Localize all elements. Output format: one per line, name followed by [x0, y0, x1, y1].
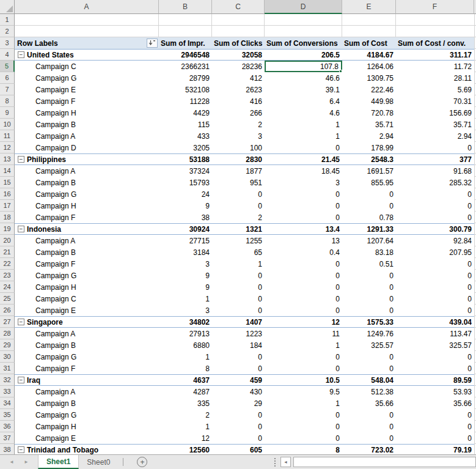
group-row-label[interactable]: −Indonesia: [15, 223, 159, 235]
group-total-cell[interactable]: 13.4: [265, 223, 342, 235]
detail-row-label[interactable]: Campaign E: [15, 305, 159, 316]
row-header-15[interactable]: 15: [0, 177, 15, 188]
detail-row-label[interactable]: Campaign A: [15, 130, 159, 142]
detail-value-cell[interactable]: 9: [159, 281, 212, 293]
detail-value-cell[interactable]: 38: [159, 212, 212, 223]
detail-value-cell[interactable]: 178.99: [342, 142, 396, 153]
group-row-label[interactable]: −Singapore: [15, 316, 159, 328]
detail-value-cell[interactable]: 2: [212, 212, 265, 223]
group-total-cell[interactable]: 300.79: [396, 223, 474, 235]
detail-value-cell[interactable]: 1264.06: [342, 61, 396, 72]
detail-value-cell[interactable]: 28236: [212, 61, 265, 72]
row-header-7[interactable]: 7: [0, 84, 15, 95]
row-header-22[interactable]: 22: [0, 258, 15, 270]
detail-value-cell[interactable]: 222.46: [342, 84, 396, 95]
group-total-cell[interactable]: 21.45: [265, 153, 342, 165]
detail-row-label[interactable]: Campaign G: [15, 409, 159, 421]
detail-value-cell[interactable]: 0: [396, 351, 474, 363]
column-header-b[interactable]: B: [159, 0, 212, 14]
detail-value-cell[interactable]: 1: [159, 421, 212, 432]
detail-value-cell[interactable]: 1: [159, 351, 212, 363]
detail-value-cell[interactable]: 1207.64: [342, 235, 396, 246]
detail-value-cell[interactable]: 0: [212, 200, 265, 212]
detail-value-cell[interactable]: 27715: [159, 235, 212, 246]
detail-value-cell[interactable]: 0: [212, 188, 265, 200]
group-row-label[interactable]: −Trinidad and Tobago: [15, 444, 159, 454]
column-header-d[interactable]: D: [265, 0, 342, 14]
cell-empty[interactable]: [15, 14, 159, 26]
detail-value-cell[interactable]: 37324: [159, 165, 212, 177]
row-header-11[interactable]: 11: [0, 130, 15, 142]
detail-value-cell[interactable]: 0: [396, 363, 474, 374]
detail-value-cell[interactable]: 855.95: [342, 177, 396, 188]
detail-value-cell[interactable]: 0: [265, 188, 342, 200]
detail-value-cell[interactable]: 70.31: [396, 95, 474, 107]
selected-cell[interactable]: 107.8: [265, 61, 342, 72]
detail-value-cell[interactable]: 184: [212, 339, 265, 351]
detail-value-cell[interactable]: 91.68: [396, 165, 474, 177]
tab-sheet1[interactable]: Sheet1: [38, 455, 79, 469]
detail-value-cell[interactable]: 0.78: [342, 212, 396, 223]
detail-value-cell[interactable]: 35.66: [396, 397, 474, 409]
detail-value-cell[interactable]: 9.5: [265, 386, 342, 397]
group-row-label[interactable]: −Philippines: [15, 153, 159, 165]
detail-value-cell[interactable]: 15793: [159, 177, 212, 188]
prev-sheet-arrow-icon[interactable]: ◄: [9, 459, 14, 465]
detail-value-cell[interactable]: 0: [342, 200, 396, 212]
detail-value-cell[interactable]: 0: [212, 351, 265, 363]
detail-row-label[interactable]: Campaign A: [15, 328, 159, 339]
detail-row-label[interactable]: Campaign B: [15, 119, 159, 130]
detail-value-cell[interactable]: 1249.76: [342, 328, 396, 339]
row-header-26[interactable]: 26: [0, 305, 15, 316]
detail-value-cell[interactable]: 28799: [159, 72, 212, 84]
detail-value-cell[interactable]: 0: [396, 142, 474, 153]
detail-value-cell[interactable]: 3205: [159, 142, 212, 153]
collapse-button[interactable]: −: [18, 319, 24, 325]
row-header-30[interactable]: 30: [0, 351, 15, 363]
group-total-cell[interactable]: 1407: [212, 316, 265, 328]
row-header-5[interactable]: 5: [0, 61, 15, 72]
detail-value-cell[interactable]: 0: [342, 432, 396, 444]
detail-value-cell[interactable]: 0: [396, 305, 474, 316]
group-total-cell[interactable]: 459: [212, 374, 265, 386]
detail-value-cell[interactable]: 1: [212, 258, 265, 270]
detail-value-cell[interactable]: 6880: [159, 339, 212, 351]
add-sheet-button[interactable]: +: [137, 457, 147, 467]
row-header-17[interactable]: 17: [0, 200, 15, 212]
detail-value-cell[interactable]: 0: [265, 281, 342, 293]
pivot-row-labels-header[interactable]: Row Labels: [15, 37, 159, 49]
detail-value-cell[interactable]: 0: [342, 363, 396, 374]
group-total-cell[interactable]: 53188: [159, 153, 212, 165]
detail-value-cell[interactable]: 35.66: [342, 397, 396, 409]
detail-value-cell[interactable]: 2366231: [159, 61, 212, 72]
row-header-25[interactable]: 25: [0, 293, 15, 305]
detail-value-cell[interactable]: 156.69: [396, 107, 474, 119]
detail-value-cell[interactable]: 0: [265, 363, 342, 374]
group-total-cell[interactable]: 311.17: [396, 49, 474, 61]
row-header-19[interactable]: 19: [0, 223, 15, 235]
detail-value-cell[interactable]: 449.98: [342, 95, 396, 107]
detail-value-cell[interactable]: 0: [212, 363, 265, 374]
hscroll-thumb[interactable]: [293, 457, 476, 467]
detail-value-cell[interactable]: 3: [159, 305, 212, 316]
detail-row-label[interactable]: Campaign G: [15, 351, 159, 363]
detail-value-cell[interactable]: 0: [265, 212, 342, 223]
row-header-13[interactable]: 13: [0, 153, 15, 165]
group-total-cell[interactable]: 1291.33: [342, 223, 396, 235]
row-header-3[interactable]: 3: [0, 37, 15, 49]
detail-value-cell[interactable]: 412: [212, 72, 265, 84]
detail-value-cell[interactable]: 0: [342, 281, 396, 293]
detail-value-cell[interactable]: 1691.57: [342, 165, 396, 177]
detail-value-cell[interactable]: 8: [159, 363, 212, 374]
row-header-9[interactable]: 9: [0, 107, 15, 119]
detail-value-cell[interactable]: 2.94: [396, 130, 474, 142]
detail-row-label[interactable]: Campaign E: [15, 84, 159, 95]
group-total-cell[interactable]: 1321: [212, 223, 265, 235]
group-total-cell[interactable]: 206.5: [265, 49, 342, 61]
select-all-button[interactable]: [0, 0, 15, 14]
detail-value-cell[interactable]: 13: [265, 235, 342, 246]
cell-empty[interactable]: [396, 14, 474, 26]
row-header-10[interactable]: 10: [0, 119, 15, 130]
row-header-29[interactable]: 29: [0, 339, 15, 351]
detail-value-cell[interactable]: 0: [265, 421, 342, 432]
